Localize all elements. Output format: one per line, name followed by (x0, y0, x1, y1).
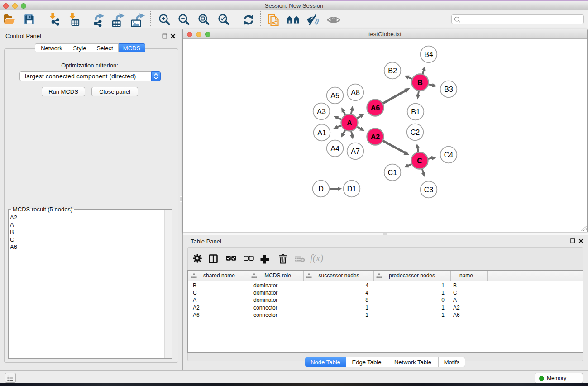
svg-text:C4: C4 (444, 151, 454, 159)
svg-text:A6: A6 (371, 104, 380, 112)
svg-text:A3: A3 (317, 108, 326, 115)
svg-text:B4: B4 (424, 51, 433, 58)
svg-text:B1: B1 (411, 108, 420, 116)
svg-text:A5: A5 (330, 92, 339, 100)
svg-text:A: A (347, 119, 352, 127)
svg-text:B2: B2 (388, 67, 397, 75)
svg-text:D: D (318, 185, 324, 193)
svg-text:C: C (417, 157, 422, 165)
svg-text:C3: C3 (424, 186, 434, 194)
svg-text:B3: B3 (444, 86, 453, 93)
svg-text:A7: A7 (351, 148, 360, 155)
svg-text:C1: C1 (388, 169, 397, 176)
svg-text:B: B (417, 79, 423, 86)
svg-text:C2: C2 (411, 129, 420, 136)
svg-text:A2: A2 (371, 133, 380, 141)
svg-text:D1: D1 (347, 185, 357, 193)
svg-text:A8: A8 (351, 89, 360, 96)
svg-text:A4: A4 (330, 145, 339, 152)
svg-text:A1: A1 (317, 129, 326, 137)
